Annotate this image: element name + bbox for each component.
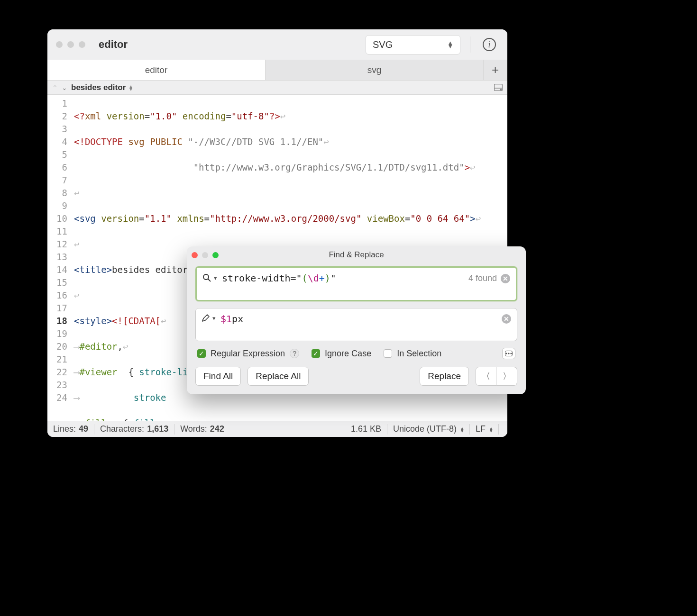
find-replace-dialog: Find & Replace ▾ stroke-width="(\d+)" 4 … [187, 246, 526, 394]
find-all-button[interactable]: Find All [195, 367, 241, 386]
find-result-count: 4 found [468, 273, 497, 283]
divider [470, 36, 470, 53]
sb-words-label: Words: [180, 424, 207, 434]
chevron-down-icon[interactable]: ⌄ [62, 84, 67, 91]
replace-all-button[interactable]: Replace All [248, 367, 309, 386]
nav-buttons: 〈 〉 [476, 367, 517, 386]
search-icon [202, 273, 211, 282]
minimize-icon[interactable] [67, 41, 74, 48]
prev-match-button[interactable]: 〈 [476, 367, 496, 386]
window-controls [56, 41, 85, 48]
language-select[interactable]: SVG ▲▼ [366, 35, 460, 54]
updown-icon: ▲▼ [447, 41, 453, 48]
options-row: ✓ Regular Expression ? ✓ Ignore Case In … [195, 348, 517, 367]
sb-lines-value: 49 [79, 424, 88, 434]
replace-button[interactable]: Replace [420, 367, 469, 386]
inselection-checkbox[interactable] [384, 349, 392, 358]
chevron-down-icon[interactable]: ▾ [212, 315, 216, 322]
ignorecase-label: Ignore Case [325, 349, 371, 359]
svg-line-4 [208, 279, 211, 281]
svg-rect-2 [500, 89, 502, 91]
statusbar: Lines: 49 Characters: 1,613 Words: 242 1… [47, 421, 507, 437]
tab-label: svg [367, 65, 382, 75]
path-text[interactable]: besides editor [71, 83, 126, 92]
svg-point-8 [510, 353, 512, 354]
tabbar: editor svg + [47, 60, 507, 81]
gutter: 1234 5678 9101112 13141516 17181920 2122… [47, 95, 71, 421]
svg-point-7 [508, 353, 509, 354]
pathbar: ⌃ ⌄ besides editor ▴▾ [47, 81, 507, 95]
close-icon[interactable] [56, 41, 63, 48]
info-icon[interactable]: i [483, 38, 496, 51]
updown-icon: ▴▾ [490, 426, 493, 432]
tab-editor[interactable]: editor [47, 60, 266, 80]
chevron-down-icon[interactable]: ▾ [214, 274, 217, 281]
regex-checkbox[interactable]: ✓ [197, 349, 206, 358]
next-match-button[interactable]: 〉 [496, 367, 517, 386]
dialog-body: ▾ stroke-width="(\d+)" 4 found ✕ ▾ $1px … [187, 261, 526, 367]
replace-field[interactable]: ▾ $1px ✕ [195, 308, 517, 341]
find-input-content: stroke-width="(\d+)" [222, 272, 336, 284]
tab-svg[interactable]: svg [266, 60, 484, 80]
updown-icon: ▴▾ [461, 426, 464, 432]
regex-label: Regular Expression [211, 349, 285, 359]
path-dropdown-icon[interactable]: ▴▾ [129, 85, 132, 91]
tab-label: editor [145, 65, 168, 75]
sb-lines-label: Lines: [53, 424, 76, 434]
svg-point-6 [505, 353, 507, 354]
replace-input-content: $1px [220, 313, 243, 325]
window-title: editor [99, 38, 361, 51]
dialog-title: Find & Replace [187, 250, 526, 260]
sb-chars-value: 1,613 [147, 424, 168, 434]
dialog-titlebar: Find & Replace [187, 246, 526, 261]
sb-words-value: 242 [210, 424, 224, 434]
new-tab-button[interactable]: + [484, 60, 507, 80]
find-field[interactable]: ▾ stroke-width="(\d+)" 4 found ✕ [195, 266, 517, 301]
ignorecase-checkbox[interactable]: ✓ [312, 349, 320, 358]
sidebar-toggle-icon[interactable] [494, 84, 503, 91]
clear-icon[interactable]: ✕ [502, 314, 511, 324]
pencil-icon [202, 314, 210, 322]
help-icon[interactable]: ? [290, 349, 299, 358]
more-options-icon[interactable] [502, 348, 515, 359]
inselection-label: In Selection [397, 349, 441, 359]
dialog-buttons: Find All Replace All Replace 〈 〉 [187, 367, 526, 386]
svg-point-3 [203, 274, 209, 280]
sb-encoding[interactable]: Unicode (UTF-8) [393, 424, 457, 434]
sb-lineending[interactable]: LF [476, 424, 486, 434]
clear-icon[interactable]: ✕ [501, 274, 510, 283]
titlebar: editor SVG ▲▼ i [47, 29, 507, 60]
sb-chars-label: Characters: [100, 424, 144, 434]
language-select-label: SVG [373, 39, 393, 50]
chevron-up-icon[interactable]: ⌃ [52, 84, 58, 91]
sb-size: 1.61 KB [351, 424, 381, 434]
zoom-icon[interactable] [79, 41, 85, 48]
